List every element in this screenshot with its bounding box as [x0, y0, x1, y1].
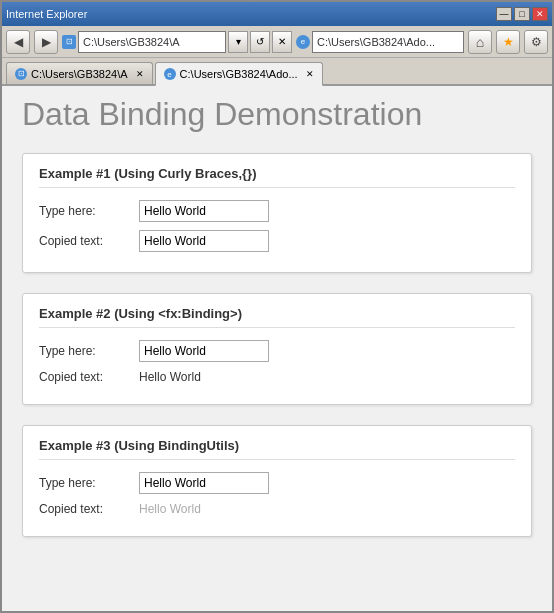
close-button[interactable]: ✕ [532, 7, 548, 21]
example-2-type-row: Type here: [39, 340, 515, 362]
address-favicon-icon-2: e [301, 37, 305, 46]
address-input-2[interactable] [312, 31, 464, 53]
example-3-copy-row: Copied text: Hello World [39, 502, 515, 516]
title-bar-text: Internet Explorer [6, 8, 87, 20]
page-title: Data Binding Demonstration [22, 96, 532, 133]
tab-1-favicon: ⊡ [15, 68, 27, 80]
example-box-1: Example #1 (Using Curly Braces,{}) Type … [22, 153, 532, 273]
example-2-copy-row: Copied text: Hello World [39, 370, 515, 384]
example-2-copy-value: Hello World [139, 370, 201, 384]
example-2-type-input[interactable] [139, 340, 269, 362]
tab-1-close[interactable]: ✕ [136, 69, 144, 79]
tools-button[interactable]: ⚙ [524, 30, 548, 54]
favorites-star-button[interactable]: ★ [496, 30, 520, 54]
example-3-title: Example #3 (Using BindingUtils) [39, 438, 515, 460]
address-favicon-1: ⊡ [62, 35, 76, 49]
example-1-copy-input[interactable] [139, 230, 269, 252]
example-1-title: Example #1 (Using Curly Braces,{}) [39, 166, 515, 188]
tab-2-close[interactable]: ✕ [306, 69, 314, 79]
example-1-type-input[interactable] [139, 200, 269, 222]
example-2-title: Example #2 (Using <fx:Binding>) [39, 306, 515, 328]
example-3-type-row: Type here: [39, 472, 515, 494]
example-1-copy-label: Copied text: [39, 234, 129, 248]
refresh-button-1[interactable]: ↺ [250, 31, 270, 53]
address-favicon-icon-1: ⊡ [66, 37, 73, 46]
example-1-type-row: Type here: [39, 200, 515, 222]
window-frame: Internet Explorer — □ ✕ ◀ ▶ ⊡ ▾ ↺ ✕ e [0, 0, 554, 613]
content-area: Data Binding Demonstration Example #1 (U… [2, 86, 552, 611]
tab-1-label: C:\Users\GB3824\A [31, 68, 128, 80]
dropdown-button-1[interactable]: ▾ [228, 31, 248, 53]
address-input-1[interactable] [78, 31, 226, 53]
address-favicon-2: e [296, 35, 310, 49]
example-3-copy-value: Hello World [139, 502, 201, 516]
forward-button[interactable]: ▶ [34, 30, 58, 54]
example-1-copy-row: Copied text: [39, 230, 515, 252]
maximize-button[interactable]: □ [514, 7, 530, 21]
example-3-type-label: Type here: [39, 476, 129, 490]
address-bar-container-2: e [296, 31, 464, 53]
example-1-type-label: Type here: [39, 204, 129, 218]
example-3-type-input[interactable] [139, 472, 269, 494]
tab-2[interactable]: e C:\Users\GB3824\Ado... ✕ [155, 62, 323, 86]
close-address-button-1[interactable]: ✕ [272, 31, 292, 53]
tab-2-label: C:\Users\GB3824\Ado... [180, 68, 298, 80]
example-3-copy-label: Copied text: [39, 502, 129, 516]
title-bar-buttons: — □ ✕ [496, 7, 548, 21]
home-button[interactable]: ⌂ [468, 30, 492, 54]
example-2-copy-label: Copied text: [39, 370, 129, 384]
tab-2-favicon: e [164, 68, 176, 80]
minimize-button[interactable]: — [496, 7, 512, 21]
address-bar-container-1: ⊡ ▾ ↺ ✕ [62, 31, 292, 53]
example-2-type-label: Type here: [39, 344, 129, 358]
back-button[interactable]: ◀ [6, 30, 30, 54]
tab-1[interactable]: ⊡ C:\Users\GB3824\A ✕ [6, 62, 153, 84]
title-bar: Internet Explorer — □ ✕ [2, 2, 552, 26]
tab-bar: ⊡ C:\Users\GB3824\A ✕ e C:\Users\GB3824\… [2, 58, 552, 86]
browser-toolbar: ◀ ▶ ⊡ ▾ ↺ ✕ e ⌂ ★ ⚙ [2, 26, 552, 58]
example-box-3: Example #3 (Using BindingUtils) Type her… [22, 425, 532, 537]
example-box-2: Example #2 (Using <fx:Binding>) Type her… [22, 293, 532, 405]
